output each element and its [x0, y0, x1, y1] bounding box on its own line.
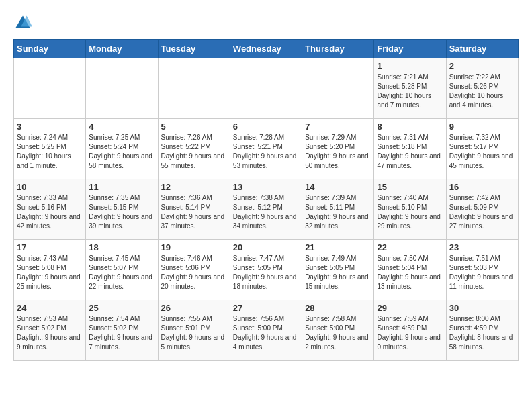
cell-date: 28 [305, 303, 371, 313]
cell-info: Sunrise: 7:54 AM Sunset: 5:02 PM Dayligh… [89, 314, 154, 352]
cell-info: Sunrise: 7:35 AM Sunset: 5:15 PM Dayligh… [89, 193, 154, 231]
calendar-cell: 3Sunrise: 7:24 AM Sunset: 5:25 PM Daylig… [14, 119, 86, 179]
cell-info: Sunrise: 7:56 AM Sunset: 5:00 PM Dayligh… [233, 314, 299, 352]
cell-info: Sunrise: 7:22 AM Sunset: 5:26 PM Dayligh… [449, 73, 515, 110]
cell-date: 26 [161, 303, 227, 313]
cell-date: 18 [89, 242, 154, 253]
calendar-header: SundayMondayTuesdayWednesdayThursdayFrid… [14, 40, 519, 58]
calendar: SundayMondayTuesdayWednesdayThursdayFrid… [13, 39, 519, 361]
cell-info: Sunrise: 7:39 AM Sunset: 5:11 PM Dayligh… [305, 193, 371, 231]
logo-icon [13, 13, 32, 32]
cell-info: Sunrise: 7:29 AM Sunset: 5:20 PM Dayligh… [305, 133, 371, 171]
cell-date: 15 [377, 182, 443, 192]
cell-info: Sunrise: 7:50 AM Sunset: 5:04 PM Dayligh… [377, 254, 443, 291]
cell-date: 6 [233, 122, 299, 132]
calendar-cell: 10Sunrise: 7:33 AM Sunset: 5:16 PM Dayli… [14, 179, 86, 240]
calendar-cell: 24Sunrise: 7:53 AM Sunset: 5:02 PM Dayli… [14, 300, 86, 361]
calendar-cell [86, 58, 158, 119]
cell-date: 12 [161, 182, 227, 192]
cell-info: Sunrise: 7:32 AM Sunset: 5:17 PM Dayligh… [449, 133, 515, 171]
cell-date: 25 [89, 303, 154, 313]
calendar-cell: 29Sunrise: 7:59 AM Sunset: 4:59 PM Dayli… [374, 300, 446, 361]
cell-info: Sunrise: 7:25 AM Sunset: 5:24 PM Dayligh… [89, 133, 154, 171]
cell-date: 14 [305, 182, 371, 192]
weekday-header-saturday: Saturday [446, 40, 518, 58]
cell-info: Sunrise: 7:43 AM Sunset: 5:08 PM Dayligh… [17, 254, 83, 291]
cell-date: 21 [305, 242, 371, 253]
calendar-cell: 7Sunrise: 7:29 AM Sunset: 5:20 PM Daylig… [302, 119, 374, 179]
cell-date: 13 [233, 182, 299, 192]
cell-date: 10 [17, 182, 83, 192]
cell-info: Sunrise: 7:42 AM Sunset: 5:09 PM Dayligh… [449, 193, 515, 231]
logo [13, 13, 35, 32]
week-row: 1Sunrise: 7:21 AM Sunset: 5:28 PM Daylig… [14, 58, 519, 119]
week-row: 10Sunrise: 7:33 AM Sunset: 5:16 PM Dayli… [14, 179, 519, 240]
cell-info: Sunrise: 7:26 AM Sunset: 5:22 PM Dayligh… [161, 133, 227, 171]
calendar-cell: 21Sunrise: 7:49 AM Sunset: 5:05 PM Dayli… [302, 240, 374, 300]
cell-date: 27 [233, 303, 299, 313]
cell-date: 19 [161, 242, 227, 253]
cell-info: Sunrise: 7:33 AM Sunset: 5:16 PM Dayligh… [17, 193, 83, 231]
cell-date: 3 [17, 122, 83, 132]
cell-info: Sunrise: 7:46 AM Sunset: 5:06 PM Dayligh… [161, 254, 227, 291]
cell-date: 1 [377, 61, 443, 71]
calendar-cell: 20Sunrise: 7:47 AM Sunset: 5:05 PM Dayli… [230, 240, 302, 300]
calendar-body: 1Sunrise: 7:21 AM Sunset: 5:28 PM Daylig… [14, 58, 519, 361]
weekday-header-wednesday: Wednesday [230, 40, 302, 58]
cell-date: 20 [233, 242, 299, 253]
cell-date: 7 [305, 122, 371, 132]
weekday-header-friday: Friday [374, 40, 446, 58]
weekday-header-monday: Monday [86, 40, 158, 58]
calendar-cell [158, 58, 230, 119]
cell-info: Sunrise: 7:31 AM Sunset: 5:18 PM Dayligh… [377, 133, 443, 171]
cell-info: Sunrise: 7:53 AM Sunset: 5:02 PM Dayligh… [17, 314, 83, 352]
cell-date: 17 [17, 242, 83, 253]
cell-date: 4 [89, 122, 154, 132]
cell-date: 11 [89, 182, 154, 192]
cell-info: Sunrise: 7:21 AM Sunset: 5:28 PM Dayligh… [377, 73, 443, 110]
calendar-cell: 8Sunrise: 7:31 AM Sunset: 5:18 PM Daylig… [374, 119, 446, 179]
cell-info: Sunrise: 7:51 AM Sunset: 5:03 PM Dayligh… [449, 254, 515, 291]
calendar-cell: 25Sunrise: 7:54 AM Sunset: 5:02 PM Dayli… [86, 300, 158, 361]
calendar-cell [302, 58, 374, 119]
week-row: 24Sunrise: 7:53 AM Sunset: 5:02 PM Dayli… [14, 300, 519, 361]
cell-info: Sunrise: 7:55 AM Sunset: 5:01 PM Dayligh… [161, 314, 227, 352]
calendar-cell: 18Sunrise: 7:45 AM Sunset: 5:07 PM Dayli… [86, 240, 158, 300]
page-header [13, 13, 519, 32]
weekday-row: SundayMondayTuesdayWednesdayThursdayFrid… [14, 40, 519, 58]
calendar-cell: 17Sunrise: 7:43 AM Sunset: 5:08 PM Dayli… [14, 240, 86, 300]
cell-info: Sunrise: 7:40 AM Sunset: 5:10 PM Dayligh… [377, 193, 443, 231]
cell-date: 23 [449, 242, 515, 253]
calendar-cell: 2Sunrise: 7:22 AM Sunset: 5:26 PM Daylig… [446, 58, 518, 119]
cell-date: 2 [449, 61, 515, 71]
cell-date: 29 [377, 303, 443, 313]
calendar-cell: 13Sunrise: 7:38 AM Sunset: 5:12 PM Dayli… [230, 179, 302, 240]
weekday-header-sunday: Sunday [14, 40, 86, 58]
cell-info: Sunrise: 7:45 AM Sunset: 5:07 PM Dayligh… [89, 254, 154, 291]
calendar-cell: 5Sunrise: 7:26 AM Sunset: 5:22 PM Daylig… [158, 119, 230, 179]
cell-info: Sunrise: 7:58 AM Sunset: 5:00 PM Dayligh… [305, 314, 371, 352]
calendar-cell: 9Sunrise: 7:32 AM Sunset: 5:17 PM Daylig… [446, 119, 518, 179]
cell-info: Sunrise: 7:49 AM Sunset: 5:05 PM Dayligh… [305, 254, 371, 291]
calendar-cell: 14Sunrise: 7:39 AM Sunset: 5:11 PM Dayli… [302, 179, 374, 240]
cell-date: 22 [377, 242, 443, 253]
calendar-cell: 26Sunrise: 7:55 AM Sunset: 5:01 PM Dayli… [158, 300, 230, 361]
weekday-header-tuesday: Tuesday [158, 40, 230, 58]
week-row: 3Sunrise: 7:24 AM Sunset: 5:25 PM Daylig… [14, 119, 519, 179]
calendar-cell: 27Sunrise: 7:56 AM Sunset: 5:00 PM Dayli… [230, 300, 302, 361]
calendar-cell: 12Sunrise: 7:36 AM Sunset: 5:14 PM Dayli… [158, 179, 230, 240]
calendar-cell: 4Sunrise: 7:25 AM Sunset: 5:24 PM Daylig… [86, 119, 158, 179]
weekday-header-thursday: Thursday [302, 40, 374, 58]
calendar-cell: 23Sunrise: 7:51 AM Sunset: 5:03 PM Dayli… [446, 240, 518, 300]
calendar-cell: 11Sunrise: 7:35 AM Sunset: 5:15 PM Dayli… [86, 179, 158, 240]
cell-date: 16 [449, 182, 515, 192]
cell-info: Sunrise: 7:47 AM Sunset: 5:05 PM Dayligh… [233, 254, 299, 291]
cell-info: Sunrise: 7:36 AM Sunset: 5:14 PM Dayligh… [161, 193, 227, 231]
week-row: 17Sunrise: 7:43 AM Sunset: 5:08 PM Dayli… [14, 240, 519, 300]
cell-date: 5 [161, 122, 227, 132]
cell-info: Sunrise: 7:24 AM Sunset: 5:25 PM Dayligh… [17, 133, 83, 171]
cell-info: Sunrise: 7:28 AM Sunset: 5:21 PM Dayligh… [233, 133, 299, 171]
cell-info: Sunrise: 7:38 AM Sunset: 5:12 PM Dayligh… [233, 193, 299, 231]
calendar-cell: 15Sunrise: 7:40 AM Sunset: 5:10 PM Dayli… [374, 179, 446, 240]
calendar-cell: 6Sunrise: 7:28 AM Sunset: 5:21 PM Daylig… [230, 119, 302, 179]
